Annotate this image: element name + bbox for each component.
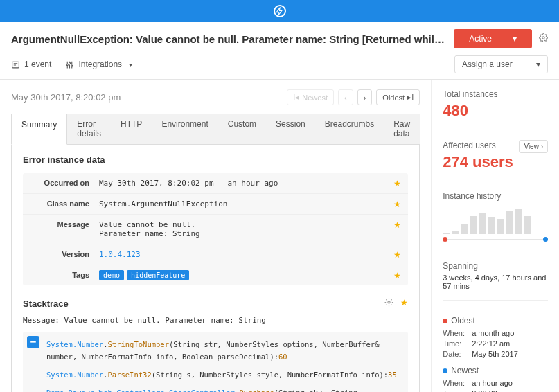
stack-message: Message: Value cannot be null. Parameter… [23, 316, 408, 325]
instance-history-chart [443, 206, 548, 234]
tag[interactable]: demo [99, 270, 124, 280]
svg-point-5 [388, 301, 390, 303]
star-icon[interactable]: ★ [400, 298, 408, 309]
oldest-dot-icon [443, 237, 447, 242]
svg-point-0 [542, 37, 544, 39]
star-icon[interactable]: ★ [393, 220, 401, 230]
events-label: 1 event [24, 60, 51, 69]
oldest-chip: Oldest [443, 316, 475, 326]
instance-timestamp: May 30th 2017, 8:20:02 pm [11, 92, 121, 103]
newest-time: 8:20:02 pm [472, 389, 510, 392]
integrations-label: Integrations [78, 60, 122, 69]
events-link[interactable]: 1 event [11, 60, 51, 69]
bolt-icon [274, 5, 286, 17]
instance-history-label: Instance history [443, 191, 548, 201]
gear-icon[interactable] [384, 298, 393, 309]
spanning-value: 3 weeks, 4 days, 17 hours and 57 mins [443, 274, 548, 290]
stacktrace-title: Stacktrace [23, 299, 69, 309]
newest-dot-icon [543, 237, 548, 242]
instance-history-range [443, 237, 548, 241]
star-icon[interactable]: ★ [393, 179, 401, 188]
spanning-label: Spanning [443, 261, 548, 271]
svg-point-2 [67, 64, 69, 65]
oldest-button[interactable]: Oldest ▸I [376, 89, 420, 105]
stack-frame: Demo.Raygun.Web.Controllers.StoreControl… [46, 387, 401, 392]
main-panel: May 30th 2017, 8:20:02 pm I◂ Newest ‹ › … [0, 80, 431, 392]
prev-button: ‹ [338, 89, 353, 105]
affected-users-value: 274 users [443, 153, 548, 171]
status-label: Active [469, 34, 492, 44]
gear-icon[interactable] [539, 33, 548, 44]
newest-when: an hour ago [472, 379, 513, 387]
status-dropdown[interactable]: Active ▾ [454, 29, 532, 48]
total-instances-value: 480 [443, 102, 548, 120]
table-row: Class nameSystem.ArgumentNullException★ [23, 193, 408, 214]
error-data-title: Error instance data [23, 154, 408, 165]
oldest-date: May 5th 2017 [472, 350, 518, 358]
tag[interactable]: hiddenFeature [127, 270, 189, 280]
oldest-when: a month ago [472, 329, 514, 337]
tab-custom[interactable]: Custom [218, 114, 266, 144]
tab-http[interactable]: HTTP [111, 114, 152, 144]
view-users-button[interactable]: View › [519, 140, 548, 153]
svg-point-4 [71, 65, 73, 66]
table-row: MessageValue cannot be null. Parameter n… [23, 214, 408, 244]
error-title: ArgumentNullException: Value cannot be n… [11, 33, 447, 45]
table-row: Version1.0.4.123★ [23, 244, 408, 265]
sub-header: 1 event Integrations Assign a user ▾ [0, 53, 559, 80]
star-icon[interactable]: ★ [393, 271, 401, 280]
caret-down-icon: ▾ [536, 60, 540, 69]
tabs: SummaryError detailsHTTPEnvironmentCusto… [11, 114, 420, 145]
stack-frame: System.Number.StringToNumber(String str,… [46, 339, 401, 364]
sidebar: Total instances 480 Affected users View … [431, 80, 559, 392]
header: ArgumentNullException: Value cannot be n… [0, 22, 559, 53]
top-bar [0, 0, 559, 22]
star-icon[interactable]: ★ [393, 199, 401, 209]
next-button[interactable]: › [357, 89, 373, 105]
newest-button: I◂ Newest [287, 89, 334, 105]
summary-panel: Error instance data Occurred onMay 30th … [11, 145, 420, 392]
tab-raw-data[interactable]: Raw data [384, 114, 420, 144]
star-icon[interactable]: ★ [393, 250, 401, 260]
table-row: Occurred onMay 30th 2017, 8:20:02 pm - a… [23, 173, 408, 193]
assign-label: Assign a user [462, 60, 513, 69]
tab-summary[interactable]: Summary [11, 114, 67, 145]
tab-session[interactable]: Session [266, 114, 315, 144]
integrations-dropdown[interactable]: Integrations [65, 60, 132, 69]
stack-frame: System.Number.ParseInt32(String s, Numbe… [46, 369, 401, 382]
assign-user-dropdown[interactable]: Assign a user ▾ [454, 55, 548, 73]
collapse-toggle[interactable]: − [27, 336, 39, 348]
oldest-time: 2:22:12 am [472, 339, 510, 348]
caret-down-icon: ▾ [513, 34, 517, 44]
svg-point-3 [69, 62, 71, 64]
tab-error-details[interactable]: Error details [67, 114, 111, 144]
stack-frames: − System.Number.StringToNumber(String st… [23, 332, 408, 392]
tab-breadcrumbs[interactable]: Breadcrumbs [315, 114, 384, 144]
affected-users-label: Affected users [443, 141, 496, 150]
table-row: TagsdemohiddenFeature★ [23, 265, 408, 285]
newest-chip: Newest [443, 366, 479, 375]
total-instances-label: Total instances [443, 89, 548, 99]
error-data-table: Occurred onMay 30th 2017, 8:20:02 pm - a… [23, 173, 408, 285]
tab-environment[interactable]: Environment [152, 114, 218, 144]
